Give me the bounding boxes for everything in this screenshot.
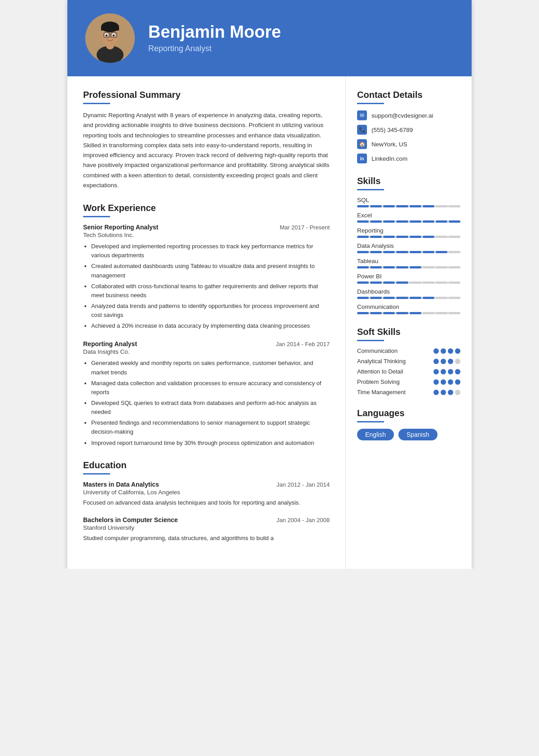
list-item: Analyzed data trends and patterns to ide… xyxy=(91,302,330,320)
skill-segment xyxy=(396,297,408,299)
skill-segment xyxy=(396,312,408,314)
skills-title: Skills xyxy=(357,176,460,186)
skill-segment xyxy=(357,205,369,207)
skill-segment xyxy=(436,281,447,284)
languages-title: Languages xyxy=(357,408,460,418)
contact-email-text: support@cvdesigner.ai xyxy=(371,112,433,119)
header-title: Reporting Analyst xyxy=(148,44,281,53)
dot xyxy=(433,369,439,374)
soft-skill-dots xyxy=(433,379,460,385)
edu-1-header: Masters in Data Analytics Jan 2012 - Jan… xyxy=(83,481,330,488)
skill-bar xyxy=(357,281,460,284)
skill-segment xyxy=(423,251,434,253)
dot xyxy=(433,348,439,354)
skill-segment xyxy=(357,220,369,223)
skill-segment xyxy=(383,266,395,268)
skill-segment xyxy=(370,312,382,314)
dot xyxy=(441,379,446,385)
skill-segment xyxy=(410,205,421,207)
list-item: Developed SQL queries to extract data fr… xyxy=(91,399,330,417)
dot xyxy=(433,390,439,395)
soft-skill-name: Communication xyxy=(357,347,398,354)
edu-1-desc: Focused on advanced data analysis techni… xyxy=(83,498,330,507)
summary-text: Dynamic Reporting Analyst with 8 years o… xyxy=(83,110,330,190)
edu-2: Bachelors in Computer Science Jan 2004 -… xyxy=(83,516,330,543)
skill-segment xyxy=(396,266,408,268)
education-divider xyxy=(83,473,110,475)
dot xyxy=(455,390,460,395)
soft-skill-name: Time Management xyxy=(357,389,406,396)
skill-segment xyxy=(370,205,382,207)
dot xyxy=(448,348,453,354)
soft-skill-item: Communication xyxy=(357,347,460,354)
skill-segment xyxy=(410,266,421,268)
soft-skills-list: CommunicationAnalytical ThinkingAttentio… xyxy=(357,347,460,396)
skill-name: Data Analysis xyxy=(357,242,460,249)
skill-bar xyxy=(357,251,460,253)
dot xyxy=(441,359,446,364)
contact-divider xyxy=(357,103,384,104)
soft-skill-name: Attention to Detail xyxy=(357,368,403,375)
skill-segment xyxy=(396,236,408,238)
language-badges: EnglishSpanish xyxy=(357,429,460,440)
dot xyxy=(441,369,446,374)
dot xyxy=(448,369,453,374)
skill-segment xyxy=(449,312,460,314)
soft-skill-item: Attention to Detail xyxy=(357,368,460,375)
skill-segment xyxy=(357,281,369,284)
skill-segment xyxy=(410,312,421,314)
work-section: Work Experience Senior Reporting Analyst… xyxy=(83,203,330,448)
list-item: Managed data collection and validation p… xyxy=(91,379,330,397)
soft-skill-item: Problem Solving xyxy=(357,378,460,385)
skill-name: Dashboards xyxy=(357,288,460,295)
skill-segment xyxy=(396,251,408,253)
skill-segment xyxy=(396,220,408,223)
main-column: Professional Summary Dynamic Reporting A… xyxy=(67,76,346,569)
dot xyxy=(448,359,453,364)
dot xyxy=(455,379,460,385)
contact-location: 🏠 NewYork, US xyxy=(357,139,460,149)
skill-segment xyxy=(370,220,382,223)
skills-section: Skills SQLExcelReportingData AnalysisTab… xyxy=(357,176,460,314)
skill-segment xyxy=(436,205,447,207)
job-2-bullets: Generated weekly and monthly reports on … xyxy=(83,359,330,447)
job-2-dates: Jan 2014 - Feb 2017 xyxy=(276,341,330,347)
skill-segment xyxy=(436,312,447,314)
edu-2-degree: Bachelors in Computer Science xyxy=(83,516,178,523)
linkedin-icon: in xyxy=(357,154,367,163)
job-1-dates: Mar 2017 - Present xyxy=(280,224,330,231)
header: Benjamin Moore Reporting Analyst xyxy=(67,0,472,76)
skill-segment xyxy=(410,236,421,238)
skill-segment xyxy=(436,236,447,238)
work-divider xyxy=(83,216,110,217)
dot xyxy=(455,348,460,354)
skills-divider xyxy=(357,189,384,190)
summary-title: Professional Summary xyxy=(83,90,330,100)
skill-item: Power BI xyxy=(357,273,460,284)
skill-item: Reporting xyxy=(357,227,460,238)
skill-bar xyxy=(357,220,460,223)
job-1-title: Senior Reporting Analyst xyxy=(83,224,159,231)
skill-segment xyxy=(396,281,408,284)
skill-name: Reporting xyxy=(357,227,460,234)
skill-segment xyxy=(370,236,382,238)
header-name: Benjamin Moore xyxy=(148,23,281,42)
skill-segment xyxy=(383,281,395,284)
header-text: Benjamin Moore Reporting Analyst xyxy=(148,23,281,54)
soft-skill-item: Analytical Thinking xyxy=(357,358,460,365)
soft-skill-dots xyxy=(433,359,460,364)
skill-bar xyxy=(357,266,460,268)
dot xyxy=(448,390,453,395)
edu-2-dates: Jan 2004 - Jan 2008 xyxy=(276,517,330,523)
skill-segment xyxy=(383,297,395,299)
summary-divider xyxy=(83,103,110,104)
language-badge: Spanish xyxy=(398,429,437,440)
edu-1-dates: Jan 2012 - Jan 2014 xyxy=(276,481,330,488)
job-1-header: Senior Reporting Analyst Mar 2017 - Pres… xyxy=(83,224,330,231)
edu-1: Masters in Data Analytics Jan 2012 - Jan… xyxy=(83,481,330,507)
skill-segment xyxy=(383,220,395,223)
skill-segment xyxy=(370,251,382,253)
skill-segment xyxy=(449,236,460,238)
skills-list: SQLExcelReportingData AnalysisTableauPow… xyxy=(357,197,460,314)
skill-segment xyxy=(370,266,382,268)
